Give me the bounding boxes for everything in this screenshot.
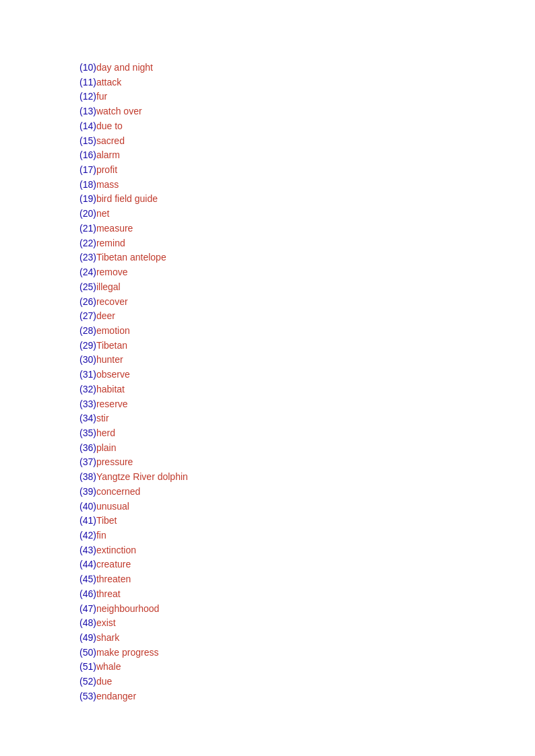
item-number: (38) — [80, 471, 96, 482]
list-item: (25)illegal — [80, 280, 535, 294]
list-item: (31)observe — [80, 368, 535, 382]
item-text: herd — [96, 427, 115, 438]
item-text: watch over — [96, 106, 142, 116]
item-text: Tibetan — [96, 340, 127, 351]
item-number: (42) — [80, 530, 96, 541]
item-text: shark — [96, 632, 119, 643]
item-number: (28) — [80, 325, 96, 336]
item-text: bird field guide — [96, 193, 158, 204]
item-number: (39) — [80, 486, 96, 497]
list-item: (22)remind — [80, 236, 535, 250]
list-item: (50)make progress — [80, 646, 535, 660]
item-number: (12) — [80, 91, 96, 102]
item-number: (21) — [80, 223, 96, 234]
list-item: (26)recover — [80, 295, 535, 309]
list-item: (20)net — [80, 207, 535, 221]
item-number: (27) — [80, 310, 96, 321]
item-text: pressure — [96, 456, 133, 467]
item-number: (13) — [80, 106, 96, 116]
list-item: (42)fin — [80, 528, 535, 543]
list-item: (46)threat — [80, 587, 535, 601]
item-number: (49) — [80, 632, 96, 643]
item-text: profit — [96, 164, 117, 175]
list-item: (13)watch over — [80, 104, 535, 118]
item-text: concerned — [96, 486, 140, 497]
item-text: threat — [96, 588, 121, 599]
list-item: (36)plain — [80, 441, 535, 455]
list-item: (39)concerned — [80, 485, 535, 499]
item-text: mass — [96, 179, 119, 190]
item-text: fin — [96, 530, 106, 541]
item-text: sacred — [96, 135, 125, 146]
item-text: endanger — [96, 691, 136, 701]
item-number: (46) — [80, 588, 96, 599]
item-number: (48) — [80, 617, 96, 628]
item-number: (19) — [80, 193, 96, 204]
list-item: (52)due — [80, 675, 535, 689]
item-number: (40) — [80, 501, 96, 512]
list-item: (29)Tibetan — [80, 339, 535, 353]
item-number: (23) — [80, 252, 96, 263]
item-text: stir — [96, 413, 109, 423]
item-text: illegal — [96, 281, 121, 292]
item-number: (50) — [80, 647, 96, 658]
item-text: emotion — [96, 325, 130, 336]
item-text: fur — [96, 91, 107, 102]
item-text: due to — [96, 121, 123, 131]
item-text: threaten — [96, 574, 131, 584]
item-number: (45) — [80, 574, 96, 584]
item-number: (11) — [80, 77, 96, 88]
list-item: (38)Yangtze River dolphin — [80, 470, 535, 484]
item-text: alarm — [96, 149, 120, 160]
list-item: (10)day and night — [80, 61, 535, 75]
item-number: (22) — [80, 238, 96, 248]
item-text: remind — [96, 238, 125, 248]
list-item: (37)pressure — [80, 455, 535, 469]
item-number: (26) — [80, 296, 96, 307]
list-item: (43)extinction — [80, 543, 535, 557]
item-text: remove — [96, 267, 128, 277]
list-item: (12)fur — [80, 90, 535, 104]
list-item: (32)habitat — [80, 382, 535, 397]
list-item: (45)threaten — [80, 572, 535, 586]
item-number: (35) — [80, 427, 96, 438]
item-number: (34) — [80, 413, 96, 423]
list-item: (11)attack — [80, 75, 535, 90]
item-number: (51) — [80, 661, 96, 672]
item-number: (30) — [80, 354, 96, 365]
list-item: (21)measure — [80, 221, 535, 236]
item-text: exist — [96, 617, 116, 628]
item-number: (25) — [80, 281, 96, 292]
item-number: (17) — [80, 164, 96, 175]
item-text: measure — [96, 223, 133, 234]
item-text: Tibetan antelope — [96, 252, 166, 263]
list-item: (53)endanger — [80, 689, 535, 703]
item-text: Yangtze River dolphin — [96, 471, 188, 482]
list-item: (23)Tibetan antelope — [80, 250, 535, 265]
item-text: creature — [96, 559, 131, 570]
item-text: net — [96, 208, 109, 219]
item-text: unusual — [96, 501, 129, 512]
item-text: neighbourhood — [96, 603, 159, 614]
item-text: habitat — [96, 384, 125, 394]
item-number: (32) — [80, 384, 96, 394]
item-text: observe — [96, 369, 130, 380]
item-number: (36) — [80, 442, 96, 453]
list-item: (49)shark — [80, 631, 535, 645]
item-number: (10) — [80, 62, 96, 73]
item-text: deer — [96, 310, 115, 321]
list-item: (27)deer — [80, 309, 535, 323]
item-number: (44) — [80, 559, 96, 570]
list-item: (48)exist — [80, 616, 535, 630]
item-number: (20) — [80, 208, 96, 219]
list-item: (17)profit — [80, 163, 535, 177]
item-number: (33) — [80, 399, 96, 409]
item-number: (53) — [80, 691, 96, 701]
item-number: (31) — [80, 369, 96, 380]
list-item: (40)unusual — [80, 500, 535, 514]
item-text: hunter — [96, 354, 123, 365]
list-item: (28)emotion — [80, 324, 535, 338]
item-text: reserve — [96, 399, 128, 409]
list-item: (51)whale — [80, 660, 535, 674]
list-item: (41)Tibet — [80, 514, 535, 528]
